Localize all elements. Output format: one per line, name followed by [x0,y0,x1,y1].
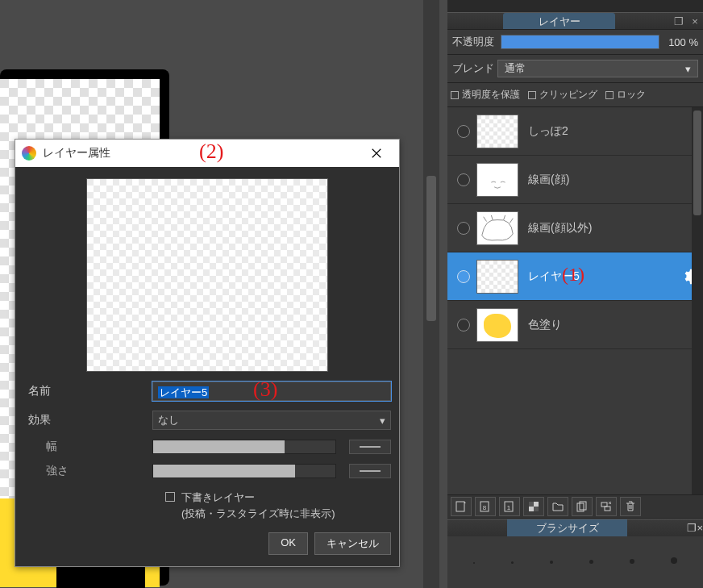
layer-item[interactable]: 線画(顔以外) [447,204,703,252]
opacity-fill [501,35,659,48]
folder-button[interactable] [547,497,568,516]
draft-row: 下書きレイヤー (投稿・ラスタライズ時に非表示) [23,490,391,521]
strength-slider-fill [153,465,295,477]
width-slider-fill [153,440,285,453]
width-swatch[interactable] [349,440,391,454]
cancel-button[interactable]: キャンセル [314,532,391,555]
layers-panel-header: レイヤー ❐ × [447,12,703,30]
brush-size-row[interactable] [447,536,703,569]
brush-panel-header: ブラシサイズ ❐ × [447,519,703,536]
checkbox-icon [605,91,614,99]
draft-checkbox[interactable] [165,492,175,502]
lock-option[interactable]: ロック [605,88,646,102]
dash-icon [360,470,381,472]
dialog-buttons: OK キャンセル [23,532,391,555]
app-icon [22,146,36,161]
panel-close-icon[interactable]: × [697,522,703,534]
layer-scrollbar[interactable] [692,107,703,494]
eight-icon: 8 [479,500,492,513]
duplicate-button[interactable] [572,497,593,516]
svg-rect-0 [456,502,464,511]
ok-button[interactable]: OK [268,532,308,555]
layer-thumbnail [476,115,518,148]
brush-size-dot[interactable] [511,561,514,564]
layer-thumbnail [476,308,518,342]
blend-label: ブレンド [452,61,497,76]
strength-swatch[interactable] [349,464,391,478]
new-8bit-layer-button[interactable]: 8 [475,497,496,516]
brush-panel-title: ブラシサイズ [507,519,627,536]
layer-list[interactable]: しっぽ2線画(顔)線画(顔以外)レイヤー5(1)色塗り [447,107,703,494]
panel-undock-icon[interactable]: ❐ [672,15,685,27]
panel-close-icon[interactable]: × [688,15,701,27]
layer-name: レイヤー5 [528,269,680,284]
layer-item[interactable]: レイヤー5(1) [447,252,703,301]
name-label: 名前 [23,384,152,398]
draft-text: 下書きレイヤー (投稿・ラスタライズ時に非表示) [181,490,335,521]
folder-icon [551,500,564,513]
layer-properties-dialog: レイヤー属性 (2) 名前 レイヤー5 (3) 効果 なし ▾ 幅 [15,139,400,567]
close-icon [371,148,382,159]
brush-size-dot[interactable] [589,560,593,564]
checker-button[interactable] [523,497,544,516]
strength-slider[interactable] [152,464,336,478]
trash-icon [624,500,637,513]
vertical-scrollbar[interactable] [423,0,439,588]
visibility-toggle[interactable] [457,222,470,235]
svg-rect-6 [529,502,534,507]
blend-row: ブレンド 通常 ▾ [447,55,703,83]
panel-undock-icon[interactable]: ❐ [687,522,697,534]
effect-label: 効果 [23,413,152,427]
visibility-toggle[interactable] [457,125,470,138]
dialog-titlebar[interactable]: レイヤー属性 (2) [15,140,399,167]
blend-select[interactable]: 通常 ▾ [497,60,698,77]
new-1bit-layer-button[interactable]: 1 [499,497,520,516]
layer-name: 線画(顔以外) [528,221,700,236]
layer-toolbar: 8 1 [447,494,703,519]
width-slider[interactable] [152,440,336,454]
chevron-down-icon: ▾ [380,415,385,427]
opacity-label: 不透明度 [452,35,501,49]
checkbox-icon [528,91,536,99]
visibility-toggle[interactable] [457,319,470,332]
scrollbar-thumb[interactable] [693,111,701,215]
layer-name: 色塗り [528,318,700,332]
annotation-3: (3) [253,377,277,402]
layer-thumbnail [476,260,518,294]
merge-icon [600,500,613,513]
dash-icon [360,446,381,448]
layer-preview [86,178,328,372]
name-input[interactable]: レイヤー5 (3) [152,382,391,401]
checker-icon [527,500,540,513]
layer-item[interactable]: しっぽ2 [447,107,703,156]
visibility-toggle[interactable] [457,270,470,283]
layer-name: 線画(顔) [528,173,700,187]
svg-rect-10 [601,503,607,507]
layers-panel-title: レイヤー [503,13,615,29]
clipping-option[interactable]: クリッピング [528,88,597,102]
brush-size-dot[interactable] [630,559,634,564]
protect-alpha-option[interactable]: 透明度を保護 [451,88,520,102]
scrollbar-thumb[interactable] [426,176,436,321]
delete-layer-button[interactable] [620,497,641,516]
brush-size-dot[interactable] [473,562,475,564]
merge-button[interactable] [596,497,617,516]
opacity-row: 不透明度 100 % [447,30,703,55]
checkbox-icon [451,91,459,99]
effect-select[interactable]: なし ▾ [152,411,391,430]
new-layer-button[interactable] [451,497,472,516]
visibility-toggle[interactable] [457,173,470,186]
opacity-slider[interactable] [501,35,659,49]
brush-size-dot[interactable] [550,561,553,564]
effect-value: なし [158,413,179,427]
svg-text:1: 1 [507,504,511,511]
layer-item[interactable]: 線画(顔) [447,156,703,204]
brush-size-dot[interactable] [671,557,677,564]
layer-item[interactable]: 色塗り [447,301,703,349]
duplicate-icon [576,500,589,513]
close-button[interactable] [360,140,393,167]
svg-rect-7 [534,507,539,511]
layer-name: しっぽ2 [528,124,700,139]
dialog-body: 名前 レイヤー5 (3) 効果 なし ▾ 幅 強さ [15,167,399,566]
right-panel: レイヤー ❐ × 不透明度 100 % ブレンド 通常 ▾ 透明度を保護 クリッ… [447,0,703,588]
